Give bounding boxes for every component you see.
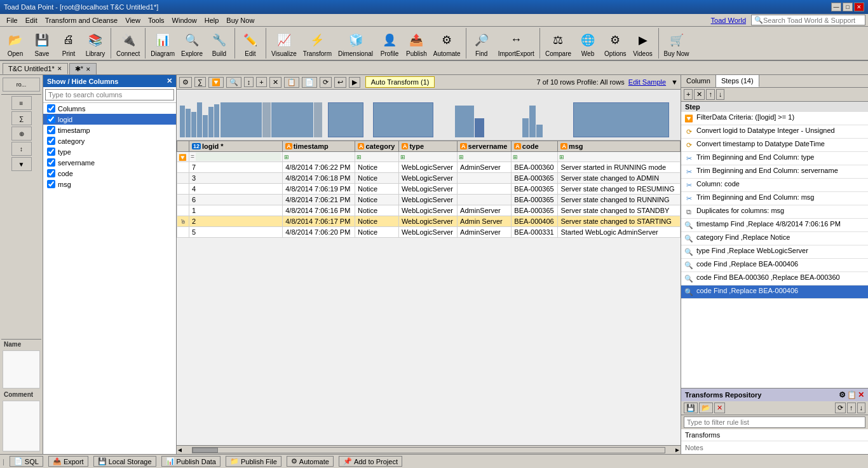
search-box[interactable]: 🔍 bbox=[751, 15, 865, 25]
side-btn-3[interactable]: ⊕ bbox=[11, 127, 32, 141]
grid-th-type[interactable]: A type bbox=[398, 141, 457, 152]
tab-1-close[interactable]: ✕ bbox=[86, 66, 91, 72]
toolbar-edit[interactable]: ✏️ Edit bbox=[238, 29, 263, 59]
columns-checkbox-all[interactable] bbox=[47, 104, 55, 113]
scrollbar-h[interactable]: ◄ ► bbox=[177, 445, 681, 454]
data-btn-8[interactable]: 📋 bbox=[284, 77, 299, 88]
close-button[interactable]: ✕ bbox=[854, 3, 864, 11]
data-btn-9[interactable]: 📄 bbox=[302, 77, 317, 88]
mode-selector[interactable]: ro... bbox=[3, 78, 40, 92]
side-btn-1[interactable]: ≡ bbox=[11, 96, 32, 110]
table-row[interactable]: 14/8/2014 7:06:16 PMNoticeWebLogicServer… bbox=[177, 205, 681, 216]
status-addproject-btn[interactable]: 📌 Add to Project bbox=[339, 456, 402, 467]
transforms-refresh-btn[interactable]: ⟳ bbox=[835, 403, 846, 413]
step-item[interactable]: ⧉Duplicates for columns: msg bbox=[681, 205, 868, 219]
table-row[interactable]: 🖱24/8/2014 7:06:17 PMNoticeWebLogicServe… bbox=[177, 216, 681, 227]
grid-th-logid[interactable]: 12 logid * bbox=[189, 141, 283, 152]
data-btn-1[interactable]: ⚙ bbox=[179, 77, 192, 88]
data-btn-5[interactable]: ↕ bbox=[244, 77, 254, 87]
menu-help[interactable]: Help bbox=[201, 15, 223, 25]
data-btn-10[interactable]: ⟳ bbox=[320, 77, 332, 88]
grid-container[interactable]: 12 logid * A timestamp A category A type bbox=[177, 141, 681, 445]
step-item[interactable]: ✂Trim Beginning and End Column: serverna… bbox=[681, 165, 868, 179]
transforms-save-btn[interactable]: 💾 bbox=[684, 403, 698, 413]
toolbar-connect[interactable]: 🔌 Connect bbox=[114, 29, 142, 59]
column-search-input[interactable] bbox=[45, 89, 174, 100]
column-item-timestamp[interactable]: timestamp bbox=[43, 125, 176, 135]
filter-logid[interactable]: = bbox=[189, 152, 283, 162]
menu-view[interactable]: View bbox=[121, 15, 144, 25]
toolbar-visualize[interactable]: 📈 Visualize bbox=[269, 29, 299, 59]
step-delete-btn[interactable]: ✕ bbox=[694, 89, 705, 100]
toolbar-importexport[interactable]: ↔ ImportExport bbox=[496, 29, 537, 59]
comment-field[interactable] bbox=[3, 401, 40, 451]
transforms-del-btn[interactable]: ✕ bbox=[714, 403, 725, 413]
status-publishfile-btn[interactable]: 📁 Publish File bbox=[226, 456, 281, 467]
tab-1[interactable]: ✱* ✕ bbox=[69, 63, 97, 74]
column-item-logid[interactable]: logid bbox=[43, 114, 176, 125]
search-input[interactable] bbox=[763, 17, 862, 24]
menu-tools[interactable]: Tools bbox=[144, 15, 168, 25]
toolbar-publish[interactable]: 📤 Publish bbox=[403, 29, 430, 59]
checkbox-msg[interactable] bbox=[47, 180, 55, 188]
toolbar-diagram[interactable]: 📊 Diagram bbox=[148, 29, 177, 59]
data-btn-3[interactable]: 🔽 bbox=[208, 77, 224, 88]
column-item-type[interactable]: type bbox=[43, 146, 176, 157]
table-row[interactable]: 44/8/2014 7:06:19 PMNoticeWebLogicServer… bbox=[177, 184, 681, 195]
table-row[interactable]: 64/8/2014 7:06:21 PMNoticeWebLogicServer… bbox=[177, 195, 681, 205]
step-item[interactable]: 🔍type Find ,Replace WebLogicServer bbox=[681, 245, 868, 259]
transforms-btn-2[interactable]: 📋 bbox=[847, 390, 857, 399]
data-btn-last[interactable]: ▼ bbox=[671, 78, 678, 86]
checkbox-timestamp[interactable] bbox=[47, 126, 55, 134]
table-row[interactable]: 74/8/2014 7:06:22 PMNoticeWebLogicServer… bbox=[177, 162, 681, 173]
status-export-btn[interactable]: 📤 Export bbox=[48, 456, 88, 467]
menu-window[interactable]: Window bbox=[168, 15, 201, 25]
transforms-btn-1[interactable]: ⚙ bbox=[839, 390, 846, 399]
column-panel-close[interactable]: ✕ bbox=[166, 77, 172, 85]
step-item[interactable]: ✂Trim Beginning and End Column: msg bbox=[681, 192, 868, 205]
data-btn-7[interactable]: ✕ bbox=[269, 77, 281, 88]
status-localstorage-btn[interactable]: 💾 Local Storage bbox=[93, 456, 156, 467]
toolbar-transform[interactable]: ⚡ Transform bbox=[301, 29, 334, 59]
toolbar-web[interactable]: 🌐 Web bbox=[575, 29, 600, 59]
status-publishdata-btn[interactable]: 📊 Publish Data bbox=[161, 456, 220, 467]
grid-th-timestamp[interactable]: A timestamp bbox=[283, 141, 355, 152]
grid-th-servername[interactable]: A servername bbox=[458, 141, 512, 152]
toolbar-library[interactable]: 📚 Library bbox=[83, 29, 108, 59]
step-add-btn[interactable]: + bbox=[684, 89, 693, 100]
toolbar-buynow[interactable]: 🛒 Buy Now bbox=[661, 29, 692, 59]
step-item[interactable]: 🔽FilterData Criteria: ([logid] >= 1) bbox=[681, 112, 868, 125]
column-item-servername[interactable]: servername bbox=[43, 157, 176, 168]
toolbar-automate[interactable]: ⚙ Automate bbox=[431, 29, 463, 59]
step-up-btn[interactable]: ↑ bbox=[706, 89, 715, 100]
tab-0[interactable]: T&C Untitled1* ✕ bbox=[3, 63, 68, 74]
transforms-down-btn[interactable]: ↓ bbox=[857, 403, 866, 413]
step-item[interactable]: 🔍code Find ,Replace BEA-000406 bbox=[681, 286, 868, 299]
step-item[interactable]: 🔍timestamp Find ,Replace 4/8/2014 7:06:1… bbox=[681, 219, 868, 232]
status-sql-btn[interactable]: 📄 SQL bbox=[10, 456, 43, 467]
step-item[interactable]: 🔍code Find BEA-000360 ,Replace BEA-00036… bbox=[681, 272, 868, 286]
toolbar-compare[interactable]: ⚖ Compare bbox=[543, 29, 574, 59]
transforms-btn-3[interactable]: ✕ bbox=[858, 390, 864, 399]
scroll-track-h[interactable] bbox=[192, 447, 665, 453]
filter-logid-input[interactable] bbox=[196, 153, 281, 161]
column-item-msg[interactable]: msg bbox=[43, 179, 176, 189]
data-btn-11[interactable]: ↩ bbox=[334, 77, 346, 88]
filter-type[interactable]: ⊞ bbox=[398, 152, 457, 162]
checkbox-code[interactable] bbox=[47, 169, 55, 177]
filter-category[interactable]: ⊞ bbox=[355, 152, 398, 162]
edit-sample-link[interactable]: Edit Sample bbox=[628, 78, 666, 86]
checkbox-logid[interactable] bbox=[47, 115, 55, 123]
column-item-category[interactable]: category bbox=[43, 135, 176, 146]
scroll-thumb-h[interactable] bbox=[193, 448, 218, 453]
toolbar-open[interactable]: 📂 Open bbox=[3, 29, 28, 59]
transforms-up-btn[interactable]: ↑ bbox=[847, 403, 856, 413]
toolbar-find[interactable]: 🔎 Find bbox=[469, 29, 494, 59]
filter-msg[interactable]: ⊞ bbox=[558, 152, 681, 162]
toolbar-dimensional[interactable]: 🧊 Dimensional bbox=[336, 29, 376, 59]
minimize-button[interactable]: — bbox=[831, 3, 841, 11]
toolbar-videos[interactable]: ▶ Videos bbox=[630, 29, 656, 59]
side-btn-5[interactable]: ▼ bbox=[11, 157, 32, 171]
maximize-button[interactable]: □ bbox=[843, 3, 853, 11]
transforms-filter-input[interactable] bbox=[684, 416, 865, 428]
